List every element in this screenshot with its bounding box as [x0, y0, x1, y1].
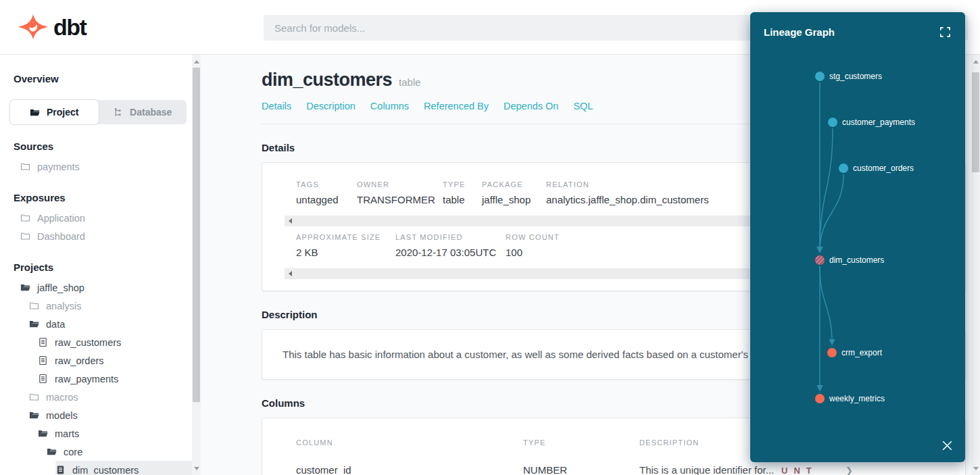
folder-closed-icon — [29, 392, 39, 402]
tree-item-dim-customers[interactable]: dim_customers — [55, 461, 192, 475]
tree-item-label: dim_customers — [72, 465, 139, 475]
lineage-graph: stg_customerscustomer_paymentscustomer_o… — [750, 12, 965, 462]
column-header-type: TYPE — [523, 439, 639, 447]
tab-depends-on[interactable]: Depends On — [504, 101, 558, 111]
lineage-node-crm_export[interactable] — [827, 348, 837, 357]
lineage-title: Lineage Graph — [764, 26, 835, 38]
detail-field-value: 2 KB — [296, 247, 395, 258]
folder-open-icon — [30, 107, 40, 118]
tab-columns[interactable]: Columns — [370, 101, 409, 111]
tree-item-raw-customers[interactable]: raw_customers — [0, 333, 192, 351]
column-tests: UNT — [781, 464, 846, 475]
tree-item-label: macros — [46, 392, 78, 403]
tab-referenced-by[interactable]: Referenced By — [424, 101, 489, 111]
close-icon[interactable] — [940, 439, 954, 453]
detail-field-label: PACKAGE — [482, 180, 546, 189]
tree-item-label: jaffle_shop — [37, 282, 84, 293]
lineage-node-label[interactable]: crm_export — [841, 348, 883, 357]
tree-item-payments[interactable]: payments — [0, 157, 192, 176]
row-expand-chevron-icon[interactable]: ❯ — [846, 466, 853, 475]
page-title-suffix: table — [399, 76, 421, 88]
scroll-up-icon[interactable] — [192, 57, 201, 66]
test-badge: U — [781, 466, 787, 475]
column-description: This is a unique identifier for... — [639, 464, 781, 475]
tree-item-core[interactable]: core — [0, 443, 192, 461]
detail-field-value: TRANSFORMER — [357, 194, 443, 205]
sidebar-section-projects: Projectsjaffle_shopanalysisdataraw_custo… — [0, 261, 192, 475]
detail-field-value: 2020-12-17 03:05UTC — [395, 247, 506, 258]
tab-project[interactable]: Project — [10, 100, 99, 124]
column-header-column: COLUMN — [296, 439, 523, 447]
detail-field-relation: RELATIONanalytics.jaffle_shop.dim_custom… — [546, 180, 709, 205]
file-solid-icon — [55, 465, 66, 475]
view-toggle: ProjectDatabase — [10, 100, 187, 124]
lineage-node-label[interactable]: dim_customers — [829, 255, 884, 265]
column-row-customer-id[interactable]: customer_idNUMBERThis is a unique identi… — [262, 464, 965, 475]
lineage-node-label[interactable]: stg_customers — [829, 72, 882, 81]
scroll-left-icon[interactable] — [285, 268, 295, 279]
tree-item-jaffle-shop[interactable]: jaffle_shop — [0, 278, 192, 297]
lineage-node-label[interactable]: weekly_metrics — [829, 394, 885, 403]
folder-open-icon — [29, 410, 39, 420]
fullscreen-icon[interactable] — [939, 26, 952, 39]
tree-item-label: raw_orders — [55, 355, 104, 366]
section-title: Sources — [0, 141, 192, 152]
page-title: dim_customers — [262, 70, 392, 91]
column-type: NUMBER — [523, 464, 639, 475]
tree-item-application[interactable]: Application — [0, 209, 192, 227]
detail-field-value: 100 — [506, 247, 560, 258]
detail-field-label: TAGS — [296, 180, 357, 189]
scroll-down-icon[interactable] — [971, 464, 980, 473]
detail-field-last-modified: LAST MODIFIED2020-12-17 03:05UTC — [395, 233, 506, 258]
dbt-logo[interactable]: dbt — [18, 11, 86, 43]
tree-item-label: data — [46, 319, 65, 330]
tree-item-label: payments — [37, 161, 80, 172]
sidebar-scrollbar[interactable] — [192, 55, 201, 475]
sidebar-scrollbar-thumb[interactable] — [193, 68, 200, 402]
section-title: Projects — [0, 261, 192, 273]
file-icon — [38, 355, 48, 366]
folder-closed-icon — [20, 231, 30, 241]
lineage-node-label[interactable]: customer_payments — [842, 118, 915, 127]
detail-field-value: untagged — [296, 194, 357, 205]
main-scrollbar-thumb[interactable] — [972, 72, 979, 172]
overview-label[interactable]: Overview — [0, 55, 192, 84]
lineage-node-weekly_metrics[interactable] — [815, 394, 825, 403]
sidebar-section-exposures: ExposuresApplicationDashboard — [0, 192, 192, 245]
detail-field-label: RELATION — [546, 180, 709, 189]
detail-field-row-count: ROW COUNT100 — [506, 233, 560, 258]
test-badge: N — [793, 466, 800, 475]
lineage-node-label[interactable]: customer_orders — [853, 164, 914, 173]
lineage-node-customer_orders[interactable] — [839, 164, 848, 173]
tab-description[interactable]: Description — [306, 101, 356, 111]
sidebar-section-sources: Sourcespayments — [0, 141, 192, 176]
tree-item-macros[interactable]: macros — [0, 388, 192, 406]
detail-field-label: ROW COUNT — [506, 233, 560, 241]
tree-item-analysis[interactable]: analysis — [0, 297, 192, 315]
tab-label: Database — [130, 107, 172, 118]
lineage-node-dim_customers[interactable] — [815, 255, 825, 265]
folder-open-icon — [47, 447, 57, 457]
tree-item-data[interactable]: data — [0, 315, 192, 333]
lineage-node-customer_payments[interactable] — [828, 118, 837, 127]
tab-database[interactable]: Database — [99, 100, 187, 124]
main-scrollbar[interactable] — [971, 55, 980, 475]
tab-sql[interactable]: SQL — [573, 101, 593, 111]
sidebar: Overview ProjectDatabase Sourcespayments… — [0, 55, 192, 475]
folder-open-icon — [29, 319, 39, 329]
lineage-node-stg_customers[interactable] — [815, 72, 825, 81]
scroll-up-icon[interactable] — [971, 57, 980, 66]
detail-field-value: analytics.jaffle_shop.dim_customers — [546, 194, 709, 205]
tree-item-raw-payments[interactable]: raw_payments — [0, 370, 192, 388]
scroll-down-icon[interactable] — [192, 464, 201, 473]
scroll-left-icon[interactable] — [285, 216, 295, 226]
tree-item-label: models — [46, 410, 78, 421]
tree-item-models[interactable]: models — [0, 406, 192, 424]
tree-item-raw-orders[interactable]: raw_orders — [0, 351, 192, 370]
tree-item-marts[interactable]: marts — [0, 424, 192, 443]
tree-item-label: core — [64, 447, 82, 457]
folder-open-icon — [20, 282, 30, 293]
tree-item-dashboard[interactable]: Dashboard — [0, 227, 192, 245]
detail-field-type: TYPEtable — [443, 180, 482, 205]
tab-details[interactable]: Details — [262, 101, 291, 111]
